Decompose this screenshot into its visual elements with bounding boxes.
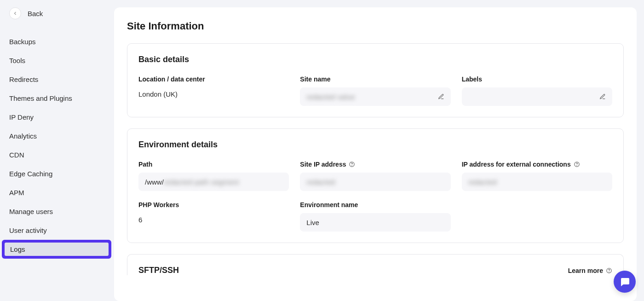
path-field: Path /www/ redacted path segment [138,161,289,191]
env-empty-col [462,201,612,232]
edit-icon[interactable] [438,93,444,100]
site-name-label: Site name [300,75,450,83]
php-workers-value: 6 [138,213,289,226]
location-label: Location / data center [138,75,289,83]
sidebar-item-apm[interactable]: APM [0,183,114,202]
location-field: Location / data center London (UK) [138,75,289,106]
ext-ip-value: redacted [468,178,497,186]
ext-ip-value-box[interactable]: redacted [462,173,612,191]
labels-label: Labels [462,75,612,83]
ext-ip-field: IP address for external connections reda… [462,161,612,191]
chat-button[interactable] [614,271,636,293]
site-name-field: Site name redacted value [300,75,450,106]
sidebar-item-themes-plugins[interactable]: Themes and Plugins [0,89,114,108]
basic-details-title: Basic details [138,55,612,64]
path-rest: redacted path segment [164,178,239,186]
sidebar-highlight: Logs [2,240,111,259]
path-value-box[interactable]: /www/ redacted path segment [138,173,289,191]
labels-input[interactable] [462,87,612,106]
env-name-label: Environment name [300,201,450,208]
svg-point-1 [352,166,352,166]
environment-details-title: Environment details [138,140,612,150]
site-ip-field: Site IP address redacted [300,161,450,191]
help-icon[interactable] [574,161,580,168]
basic-details-card: Basic details Location / data center Lon… [127,43,624,117]
page-title: Site Information [127,20,624,32]
sidebar-nav: Backups Tools Redirects Themes and Plugi… [0,29,114,262]
sidebar: Back Backups Tools Redirects Themes and … [0,0,114,301]
php-workers-label: PHP Workers [138,201,289,208]
help-icon[interactable] [349,161,355,168]
env-name-field: Environment name Live [300,201,450,232]
chat-icon [619,276,630,287]
sidebar-item-tools[interactable]: Tools [0,51,114,70]
env-name-value-box[interactable]: Live [300,213,450,232]
back-label[interactable]: Back [28,10,43,17]
sidebar-item-analytics[interactable]: Analytics [0,127,114,145]
php-workers-field: PHP Workers 6 [138,201,289,232]
sidebar-item-logs[interactable]: Logs [5,243,109,256]
environment-details-card: Environment details Path /www/ redacted … [127,128,624,243]
site-ip-value-box[interactable]: redacted [300,173,450,191]
sidebar-item-cdn[interactable]: CDN [0,145,114,164]
env-name-value: Live [306,219,319,226]
sidebar-item-backups[interactable]: Backups [0,32,114,51]
help-icon [606,267,612,274]
sidebar-item-manage-users[interactable]: Manage users [0,202,114,221]
sftp-ssh-card: SFTP/SSH Learn more [127,254,624,275]
site-name-value: redacted value [306,93,355,101]
site-ip-value: redacted [306,178,335,186]
arrow-left-icon [12,11,18,16]
ext-ip-label: IP address for external connections [462,161,612,168]
sidebar-item-edge-caching[interactable]: Edge Caching [0,164,114,183]
site-name-input[interactable]: redacted value [300,87,450,106]
sftp-ssh-title: SFTP/SSH [138,266,179,275]
path-label: Path [138,161,289,168]
back-button[interactable] [9,7,21,19]
path-prefix: /www/ [145,178,164,186]
sidebar-item-ip-deny[interactable]: IP Deny [0,108,114,127]
svg-point-3 [576,166,577,166]
sidebar-item-user-activity[interactable]: User activity [0,221,114,240]
learn-more-link[interactable]: Learn more [568,267,612,274]
back-row: Back [0,7,114,29]
main-panel: Site Information Basic details Location … [114,7,637,301]
svg-point-5 [609,272,610,272]
site-ip-label: Site IP address [300,161,450,168]
location-value: London (UK) [138,87,289,101]
sidebar-item-redirects[interactable]: Redirects [0,70,114,89]
edit-icon[interactable] [599,93,606,100]
labels-field: Labels [462,75,612,106]
